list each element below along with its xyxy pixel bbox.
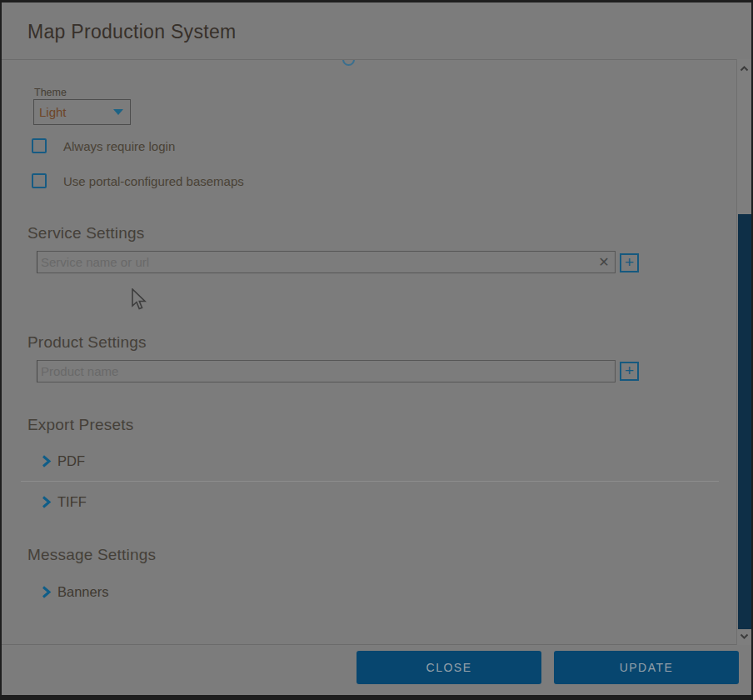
pdf-label: PDF [57, 453, 85, 469]
add-service-button[interactable]: + [620, 253, 639, 272]
portal-basemaps-label: Use portal-configured basemaps [63, 174, 244, 188]
footer-divider [2, 644, 751, 645]
service-input-wrap: ✕ [37, 251, 616, 273]
theme-label: Theme [34, 87, 67, 98]
dialog-title: Map Production System [27, 21, 236, 43]
product-input-wrap [37, 360, 616, 382]
scrollbar-thumb[interactable] [738, 214, 751, 629]
product-settings-heading: Product Settings [27, 333, 147, 352]
plus-icon: + [625, 362, 634, 378]
chevron-right-icon [41, 455, 52, 468]
add-product-button[interactable]: + [620, 362, 639, 381]
always-require-login-checkbox[interactable] [32, 138, 47, 153]
scroll-down-button[interactable] [737, 628, 751, 643]
header-divider [2, 59, 751, 60]
clear-icon[interactable]: ✕ [593, 252, 615, 272]
pdf-expander[interactable]: PDF [41, 453, 85, 469]
theme-select[interactable]: Light [33, 99, 131, 125]
chevron-right-icon [41, 586, 52, 598]
chevron-right-icon [41, 496, 52, 508]
preset-divider [21, 481, 719, 482]
plus-icon: + [625, 254, 634, 270]
chevron-up-icon [740, 66, 749, 72]
update-button[interactable]: UPDATE [554, 651, 739, 684]
chevron-down-icon [113, 109, 123, 115]
export-presets-heading: Export Presets [27, 416, 133, 434]
product-name-input[interactable] [37, 361, 615, 382]
service-name-input[interactable] [37, 252, 593, 272]
portal-basemaps-row: Use portal-configured basemaps [32, 173, 244, 188]
banners-label: Banners [57, 584, 108, 600]
message-settings-heading: Message Settings [27, 546, 156, 564]
vertical-scrollbar[interactable] [736, 59, 751, 645]
close-button[interactable]: CLOSE [357, 651, 541, 684]
theme-selected-value: Light [39, 105, 113, 119]
tiff-expander[interactable]: TIFF [41, 494, 87, 510]
dialog-surface: Map Production System Theme Light Always… [2, 2, 751, 695]
always-require-login-row: Always require login [32, 138, 175, 153]
always-require-login-label: Always require login [63, 139, 175, 153]
tiff-label: TIFF [57, 494, 87, 510]
mouse-cursor-icon [131, 288, 147, 311]
portal-basemaps-checkbox[interactable] [32, 173, 47, 188]
service-settings-heading: Service Settings [27, 224, 145, 242]
scroll-up-button[interactable] [737, 61, 751, 76]
banners-expander[interactable]: Banners [41, 584, 108, 600]
dialog-window: Map Production System Theme Light Always… [0, 0, 753, 700]
chevron-down-icon [740, 633, 749, 639]
